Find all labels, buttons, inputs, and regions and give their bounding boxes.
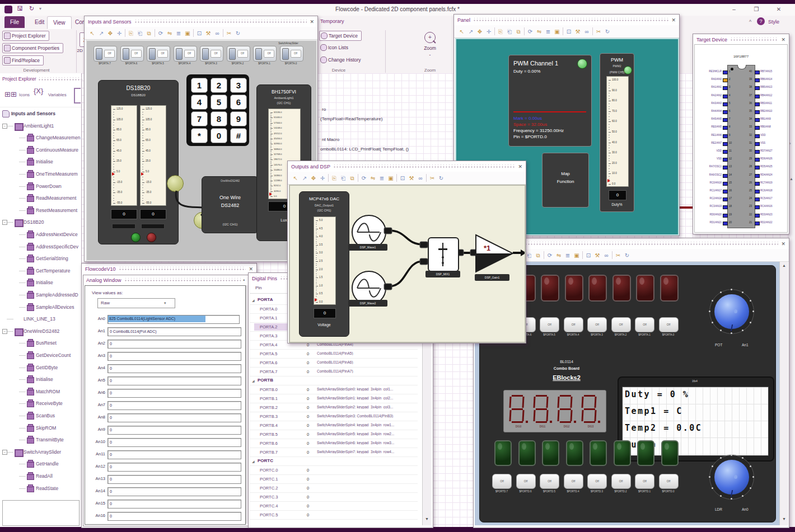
switch-lever[interactable] (229, 48, 236, 60)
chip-pin-left[interactable] (723, 86, 728, 90)
outputs-canvas[interactable]: MCP47x6 DACDAC_Output1(I2C CH1)5.04.54.0… (289, 185, 526, 343)
analog-row-input-an3[interactable]: 0 (107, 352, 241, 361)
dsp-mixer[interactable] (428, 237, 459, 272)
delete-icon[interactable]: ✂ (595, 28, 602, 35)
expander-arrow-icon[interactable]: ◢ (252, 298, 255, 302)
tree-item-busreset[interactable]: BusReset (0, 337, 81, 349)
chip-pin-left[interactable] (723, 222, 728, 225)
switch-lever[interactable] (202, 48, 209, 60)
tree-item-readall[interactable]: ReadAll (0, 470, 81, 482)
switch-lever[interactable] (123, 48, 129, 60)
analog-row-input-an14[interactable]: 0 (107, 487, 241, 496)
input-switch[interactable]: Off (200, 46, 223, 62)
chip-pin-left[interactable] (723, 205, 728, 209)
scroll-up-icon[interactable]: ▲ (789, 177, 793, 181)
chip-pin-right[interactable] (755, 86, 760, 90)
analog-row-input-an5[interactable]: 0 (107, 376, 241, 385)
copy-icon[interactable]: ⎘ (128, 30, 134, 37)
pan-icon[interactable]: ✥ (310, 175, 317, 182)
tree-item-powerdown[interactable]: PowerDown (0, 181, 81, 192)
cursor-icon[interactable]: ↖ (292, 175, 299, 182)
tree-item-transmitbyte[interactable]: TransmitByte (0, 434, 81, 445)
switch-button-top[interactable]: Off (635, 317, 654, 332)
wrench-icon[interactable]: ⚒ (205, 30, 212, 37)
tree-item-ambientlight1[interactable]: −AmbientLight1 (0, 120, 81, 131)
pin-row-portb-3[interactable]: PORTB.30SwitchArraySliderSpin3: ComboBL0… (250, 413, 431, 421)
pin-row-portc-4[interactable]: PORTC.40 (250, 502, 431, 511)
paste-icon[interactable]: ⎗ (340, 175, 347, 182)
chip-pin-right[interactable] (755, 158, 760, 162)
chip-pin-right[interactable] (755, 150, 760, 154)
switch-button-top[interactable]: Off (540, 317, 559, 332)
keypad-key-0[interactable]: 0 (211, 128, 227, 143)
switch-lever[interactable] (255, 48, 262, 60)
expander-icon[interactable]: − (2, 220, 7, 225)
analog-row-input-an1[interactable]: 0 ComboBL0114(Pot ADC) (107, 327, 241, 336)
redo-icon[interactable]: ↻ (624, 252, 630, 259)
tree-item-continuousmeasure[interactable]: ContinuousMeasure (0, 144, 81, 156)
expander-icon[interactable]: − (2, 124, 7, 129)
redo-icon[interactable]: ↻ (235, 30, 241, 37)
chip-pin-right[interactable] (755, 134, 760, 138)
input-switch[interactable]: Off (120, 46, 144, 62)
group-icon[interactable]: ▣ (554, 28, 560, 35)
expander-icon[interactable]: − (2, 329, 7, 334)
delete-icon[interactable]: ✂ (615, 252, 621, 259)
help-icon[interactable]: ? (757, 17, 765, 25)
tree-item-skiprom[interactable]: SkipROM (0, 422, 81, 434)
copy-icon[interactable]: ⎘ (497, 28, 504, 35)
cursor-add-icon[interactable]: ↗ (98, 30, 105, 37)
pin-row-porta-7[interactable]: PORTA.70ComboBL0114(PinA7) (250, 368, 431, 376)
chip-pin-right[interactable] (755, 166, 760, 170)
keypad-key-6[interactable]: 6 (230, 95, 247, 110)
grid-icon[interactable]: ⊞⊞ (4, 88, 17, 101)
tree-item-initialise[interactable]: Initialise (0, 156, 81, 167)
icons-view-label[interactable]: Icons (19, 92, 30, 97)
expander-arrow-icon[interactable]: ◢ (252, 379, 255, 383)
chip-pin-left[interactable] (723, 214, 728, 218)
ribbon-toggle-change-history[interactable]: Change History (319, 55, 364, 64)
tree-item-samplealldevices[interactable]: SampleAllDevices (0, 302, 81, 313)
flowcode-subwindow-close-icon[interactable]: ✕ (249, 266, 253, 272)
analog-row-input-an0[interactable]: 825 ComboBL0114(LightSensor ADC) (107, 315, 240, 324)
pin-row-portb-5[interactable]: PORTB.50SwitchArraySliderSpin5: keypad_3… (250, 431, 431, 439)
keypad-key-3[interactable]: 3 (230, 78, 247, 93)
switch-button-bottom[interactable]: Off (659, 474, 679, 489)
chip-pin-left[interactable] (723, 142, 728, 146)
ldr-knob[interactable] (709, 455, 754, 500)
rotate-icon[interactable]: ⟳ (361, 175, 367, 182)
chip-pin-right[interactable] (755, 190, 760, 194)
pot-knob[interactable] (709, 289, 754, 334)
chip-pin-left[interactable] (723, 182, 728, 186)
pan-icon[interactable]: ✥ (107, 30, 114, 37)
ds18b20-slider-1-marker[interactable] (112, 172, 115, 176)
keypad-key-8[interactable]: 8 (211, 111, 227, 126)
chip-pin-left[interactable] (723, 166, 728, 170)
delete-icon[interactable]: ✂ (429, 175, 436, 182)
switch-button-bottom[interactable]: Off (611, 474, 631, 489)
tree-item-switcharrayslider[interactable]: −SwitchArraySlider (0, 446, 81, 458)
analog-row-input-an7[interactable]: 0 (107, 401, 241, 410)
chip-pin-right[interactable] (755, 118, 760, 122)
target-device-panel-titlebar[interactable]: Target Device✕ (693, 34, 789, 45)
tree-item-ds18b20[interactable]: −DS18B20 (0, 216, 81, 228)
pin-row-portc-2[interactable]: PORTC.20 (250, 484, 431, 493)
analog-window-minimize-button[interactable]: ▪ (244, 277, 245, 283)
duplicate-icon[interactable]: ⧉ (515, 28, 522, 35)
input-switch[interactable]: Off (147, 46, 170, 62)
zoom-button[interactable]: +Zoom- (414, 31, 446, 65)
pin-row-portb-6[interactable]: PORTB.60SwitchArraySliderSpin6: keypad_3… (250, 440, 431, 448)
expander-icon[interactable]: − (2, 450, 7, 455)
chip-pin-right[interactable] (755, 174, 760, 178)
pot-knob-ball[interactable] (714, 294, 749, 329)
tree-item-addressnextdevice[interactable]: AddressNextDevice (0, 229, 81, 240)
chip-pin-right[interactable] (755, 78, 760, 82)
inputs-and-sensors-window-close-icon[interactable]: ✕ (310, 19, 314, 25)
tree-item-resetmeasurement[interactable]: ResetMeasurement (0, 205, 81, 216)
target-device-panel-close-icon[interactable]: ✕ (781, 37, 785, 43)
chip-pin-left[interactable] (723, 190, 728, 194)
link-icon[interactable]: ∞ (417, 175, 424, 182)
switch-lever[interactable] (149, 48, 156, 60)
align-icon[interactable]: ≣ (545, 28, 551, 35)
tree-item-changemeasuremen[interactable]: ChangeMeasuremen (0, 132, 81, 143)
